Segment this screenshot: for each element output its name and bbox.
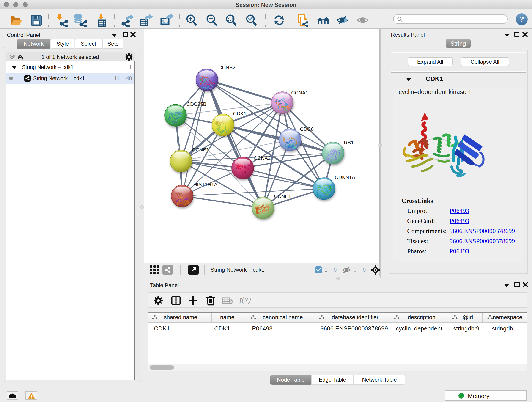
svg-text:CDK1: CDK1 <box>233 111 247 116</box>
svg-text:CCNB1: CCNB1 <box>192 147 209 153</box>
svg-text:CDKN1A: CDKN1A <box>335 174 355 180</box>
svg-text:CCNA1: CCNA1 <box>291 90 308 96</box>
svg-text:CCNE1: CCNE1 <box>274 193 291 199</box>
svg-text:CCNB2: CCNB2 <box>218 65 235 70</box>
svg-text:CDC25B: CDC25B <box>186 101 206 107</box>
svg-text:CDC6: CDC6 <box>300 126 314 132</box>
svg-text:HIST1H1A: HIST1H1A <box>193 182 217 187</box>
svg-text:CCNA2: CCNA2 <box>254 155 271 161</box>
svg-text:RB1: RB1 <box>344 140 354 146</box>
